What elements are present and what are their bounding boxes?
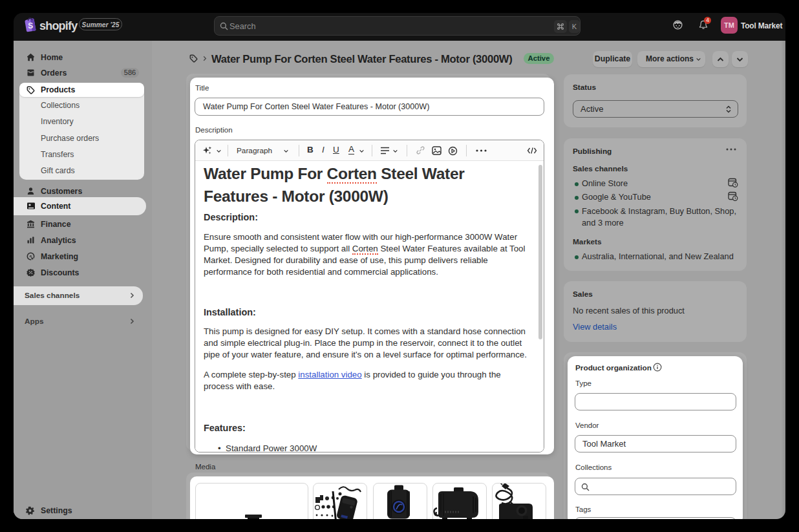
svg-text:S: S	[28, 21, 33, 30]
